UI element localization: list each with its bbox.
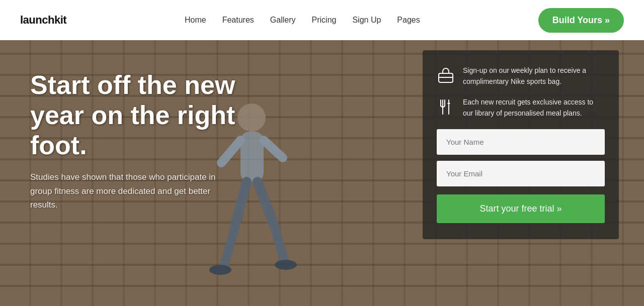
submit-button[interactable]: Start your free trial » xyxy=(437,194,605,223)
feature-row-meal: Each new recruit gets exclusive access t… xyxy=(437,97,605,119)
svg-line-7 xyxy=(274,226,284,261)
nav-pricing[interactable]: Pricing xyxy=(312,16,337,25)
hero-title: Start off the new year on the right foot… xyxy=(30,70,272,160)
name-input[interactable] xyxy=(437,129,605,155)
feature-text-bag: Sign-up on our weekly plan to receive a … xyxy=(463,65,605,87)
svg-line-5 xyxy=(224,231,234,266)
hero-content: Start off the new year on the right foot… xyxy=(30,70,272,212)
hero-section: Start off the new year on the right foot… xyxy=(0,40,644,306)
email-input[interactable] xyxy=(437,161,605,186)
nav-home[interactable]: Home xyxy=(185,16,206,25)
fork-icon xyxy=(437,98,455,116)
nav-pages[interactable]: Pages xyxy=(397,16,420,25)
nav-gallery[interactable]: Gallery xyxy=(270,16,296,25)
build-yours-button[interactable]: Build Yours » xyxy=(538,8,624,33)
nav-signup[interactable]: Sign Up xyxy=(352,16,381,25)
header: launchkit Home Features Gallery Pricing … xyxy=(0,0,644,40)
svg-point-9 xyxy=(275,260,297,270)
feature-row-bag: Sign-up on our weekly plan to receive a … xyxy=(437,65,605,87)
form-panel: Sign-up on our weekly plan to receive a … xyxy=(423,50,619,239)
feature-text-meal: Each new recruit gets exclusive access t… xyxy=(463,97,605,119)
svg-point-8 xyxy=(209,265,231,275)
logo: launchkit xyxy=(20,14,66,27)
bag-icon xyxy=(437,66,455,84)
nav-features[interactable]: Features xyxy=(222,16,254,25)
nav: Home Features Gallery Pricing Sign Up Pa… xyxy=(185,16,420,25)
hero-subtitle: Studies have shown that those who partic… xyxy=(30,170,221,212)
